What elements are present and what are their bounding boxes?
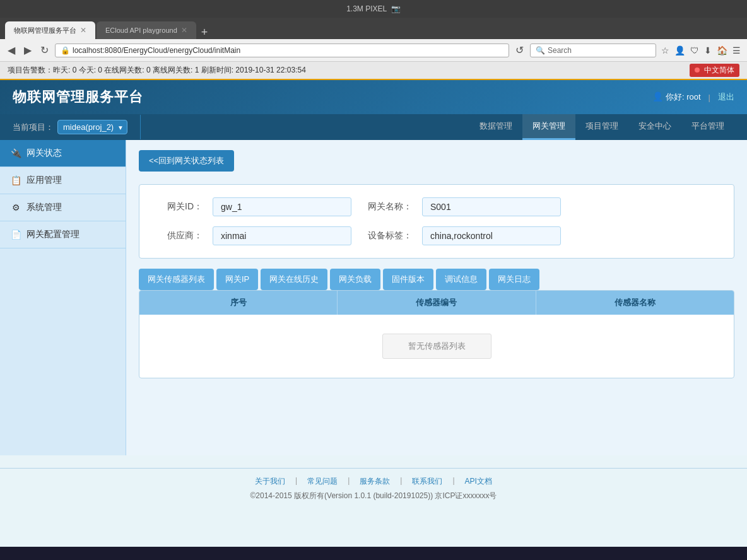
user-icon[interactable]: 👤 [673, 44, 686, 57]
gateway-status-icon: 🔌 [10, 148, 21, 159]
footer-copyright: ©2014-2015 版权所有(Version 1.0.1 (build-201… [8, 491, 739, 501]
tab-firmware-version[interactable]: 固件版本 [383, 269, 433, 290]
back-button[interactable]: ◀ [5, 43, 18, 57]
browser-navbar: ◀ ▶ ↻ 🔒 localhost:8080/EnergyCloud/energ… [0, 39, 747, 62]
tab-gateway-log[interactable]: 网关日志 [489, 269, 539, 290]
gateway-form: 网关ID： gw_1 网关名称： S001 供应商： xinmai 设备标签： [139, 184, 734, 259]
url-bar[interactable]: 🔒 localhost:8080/EnergyCloud/energyCloud… [55, 44, 509, 57]
col-sensor-name: 传感器名称 [536, 291, 734, 315]
empty-message: 暂无传感器列表 [382, 334, 491, 359]
sidebar-item-system-management[interactable]: ⚙ 系统管理 [0, 194, 126, 221]
top-nav: 当前项目： midea(proj_2) 数据管理 网关管理 项目管理 安全中心 … [0, 114, 747, 140]
nav-icons: ☆ 👤 🛡 ⬇ 🏠 ☰ [660, 44, 742, 57]
browser-titlebar: 1.3M PIXEL 📷 [0, 0, 747, 18]
status-dot [695, 67, 700, 73]
search-icon: 🔍 [536, 46, 545, 55]
language-button[interactable]: 中文简体 [690, 64, 739, 77]
logout-button[interactable]: 退出 [718, 91, 734, 103]
table-body: 暂无传感器列表 [139, 315, 734, 378]
sensor-table: 序号 传感器编号 传感器名称 暂无传感器列表 [139, 290, 734, 378]
forward-button[interactable]: ▶ [21, 43, 34, 57]
refresh-url-button[interactable]: ↺ [513, 43, 526, 57]
footer-links: 关于我们 | 常见问题 | 服务条款 | 联系我们 | API文档 [8, 476, 739, 487]
sidebar-item-gateway-config[interactable]: 📄 网关配置管理 [0, 221, 126, 248]
download-icon[interactable]: ⬇ [703, 44, 713, 57]
app-header-right: 👤 你好: root | 退出 [652, 91, 734, 103]
col-serial: 序号 [139, 291, 338, 315]
sidebar: 🔌 网关状态 📋 应用管理 ⚙ 系统管理 📄 网关配置管理 [0, 140, 126, 455]
gateway-id-input[interactable]: gw_1 [213, 197, 351, 216]
device-tag-label: 设备标签： [362, 230, 412, 242]
table-header: 序号 传感器编号 传感器名称 [139, 291, 734, 315]
form-row-gateway-id: 网关ID： gw_1 网关名称： S001 [152, 197, 721, 216]
sidebar-item-app-management[interactable]: 📋 应用管理 [0, 167, 126, 194]
nav-data-management[interactable]: 数据管理 [469, 114, 522, 140]
project-select-wrap[interactable]: midea(proj_2) [57, 120, 127, 134]
content-area: 🔌 网关状态 📋 应用管理 ⚙ 系统管理 📄 网关配置管理 <<回到网关状态列表 [0, 140, 747, 455]
bookmark-icon[interactable]: ☆ [660, 44, 671, 57]
footer-contact[interactable]: 联系我们 [412, 476, 442, 487]
tab-active[interactable]: 物联网管理服务平台 ✕ [5, 21, 95, 39]
alert-bar: 项目告警数：昨天: 0 今天: 0 在线网关数: 0 离线网关数: 1 刷新时间… [0, 62, 747, 80]
reload-button[interactable]: ↻ [38, 43, 51, 57]
form-row-supplier: 供应商： xinmai 设备标签： china,rockontrol [152, 226, 721, 245]
nav-project-management[interactable]: 项目管理 [575, 114, 628, 140]
search-bar[interactable]: 🔍 Search [530, 44, 656, 57]
tabs-bar: 网关传感器列表 网关IP 网关在线历史 网关负载 固件版本 调试信息 网关日志 [139, 269, 734, 290]
tab-gateway-load[interactable]: 网关负载 [330, 269, 380, 290]
sidebar-label-app-management: 应用管理 [26, 175, 62, 186]
supplier-label: 供应商： [152, 230, 203, 242]
system-management-icon: ⚙ [10, 202, 21, 213]
footer: 关于我们 | 常见问题 | 服务条款 | 联系我们 | API文档 ©2014-… [0, 468, 747, 509]
gateway-config-icon: 📄 [10, 229, 21, 240]
back-to-list-button[interactable]: <<回到网关状态列表 [139, 150, 234, 172]
app-management-icon: 📋 [10, 175, 21, 186]
shield-icon[interactable]: 🛡 [689, 44, 700, 57]
supplier-input[interactable]: xinmai [213, 226, 351, 245]
sidebar-label-gateway-status: 网关状态 [26, 148, 62, 159]
footer-faq[interactable]: 常见问题 [307, 476, 338, 487]
footer-api-docs[interactable]: API文档 [465, 476, 492, 487]
col-sensor-id: 传感器编号 [338, 291, 536, 315]
gateway-name-label: 网关名称： [362, 201, 412, 213]
app-title: 物联网管理服务平台 [13, 88, 143, 107]
project-dropdown[interactable]: midea(proj_2) [57, 120, 127, 134]
app-header: 物联网管理服务平台 👤 你好: root | 退出 [0, 80, 747, 114]
tab-close-inactive[interactable]: ✕ [181, 26, 187, 35]
home-icon[interactable]: 🏠 [715, 44, 729, 57]
lock-icon: 🔒 [61, 46, 70, 55]
footer-terms[interactable]: 服务条款 [360, 476, 390, 487]
tab-online-history[interactable]: 网关在线历史 [261, 269, 327, 290]
sidebar-label-system-management: 系统管理 [26, 202, 62, 213]
app-container: 物联网管理服务平台 👤 你好: root | 退出 当前项目： midea(pr… [0, 80, 747, 547]
browser-tabbar: 物联网管理服务平台 ✕ ECloud API playground ✕ + [0, 18, 747, 39]
project-label: 当前项目： [13, 122, 54, 133]
nav-gateway-management[interactable]: 网关管理 [522, 114, 575, 140]
new-tab-button[interactable]: + [197, 26, 212, 39]
tab-inactive[interactable]: ECloud API playground ✕ [97, 21, 196, 39]
main-content: <<回到网关状态列表 网关ID： gw_1 网关名称： S001 供应商： [126, 140, 747, 455]
sidebar-label-gateway-config: 网关配置管理 [26, 229, 79, 240]
tab-debug-info[interactable]: 调试信息 [436, 269, 486, 290]
sidebar-item-gateway-status[interactable]: 🔌 网关状态 [0, 140, 126, 167]
tab-close-active[interactable]: ✕ [80, 26, 86, 35]
nav-security-center[interactable]: 安全中心 [628, 114, 681, 140]
project-selector: 当前项目： midea(proj_2) [13, 115, 141, 139]
gateway-name-input[interactable]: S001 [422, 197, 561, 216]
gateway-id-label: 网关ID： [152, 201, 203, 213]
user-greeting: 👤 你好: root [652, 91, 700, 103]
menu-icon[interactable]: ☰ [731, 44, 742, 57]
tab-sensor-list[interactable]: 网关传感器列表 [139, 269, 214, 290]
top-nav-links: 数据管理 网关管理 项目管理 安全中心 平台管理 [469, 114, 734, 140]
footer-about[interactable]: 关于我们 [255, 476, 285, 487]
tab-gateway-ip[interactable]: 网关IP [216, 269, 258, 290]
device-tag-input[interactable]: china,rockontrol [422, 226, 561, 245]
alert-text: 项目告警数：昨天: 0 今天: 0 在线网关数: 0 离线网关数: 1 刷新时间… [8, 65, 306, 76]
nav-platform-management[interactable]: 平台管理 [681, 114, 734, 140]
